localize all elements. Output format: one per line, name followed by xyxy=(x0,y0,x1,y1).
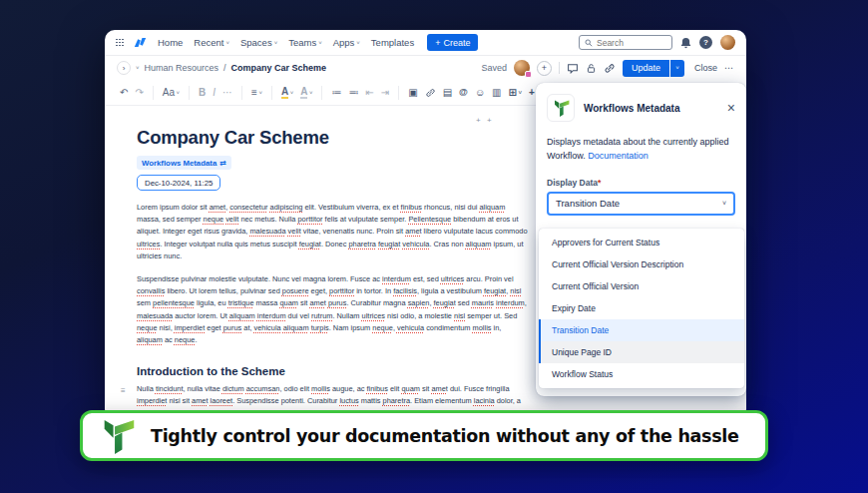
alignment-dropdown[interactable]: ≡˅ xyxy=(251,88,262,98)
drag-handle-icon[interactable]: ≡ xyxy=(121,386,126,395)
italic-icon[interactable]: I xyxy=(213,88,216,98)
nav-item-apps[interactable]: Apps˅ xyxy=(333,37,360,48)
transition-date-field[interactable]: Dec-10-2024, 11:25 xyxy=(137,175,220,191)
nav-item-home[interactable]: Home xyxy=(158,37,183,48)
indent-icon[interactable]: ⇥ xyxy=(381,88,389,98)
text-color-dropdown[interactable]: A˅ xyxy=(281,87,293,99)
option-workflow-status[interactable]: Workflow Status xyxy=(539,363,744,385)
search-box[interactable] xyxy=(579,35,672,50)
media-icon[interactable]: ▣ xyxy=(408,88,417,98)
chevron-down-icon: ˅ xyxy=(290,90,294,96)
chevron-down-icon: ˅ xyxy=(136,65,140,71)
paragraph[interactable]: Suspendisse pulvinar molestie vulputate.… xyxy=(137,273,528,346)
workflows-metadata-panel: Workflows Metadata × Displays metadata a… xyxy=(536,83,746,396)
search-input[interactable] xyxy=(597,38,666,48)
presence-badge xyxy=(525,71,532,78)
comment-icon[interactable] xyxy=(567,63,579,74)
panel-title: Workflows Metadata xyxy=(584,103,680,114)
workflows-metadata-macro-chip[interactable]: Workflows Metadata ⇄ xyxy=(137,156,231,170)
macro-refresh-icon: ⇄ xyxy=(219,159,226,168)
more-actions-button[interactable]: ⋯ xyxy=(724,63,734,73)
saved-status: Saved xyxy=(481,63,507,73)
text-style-dropdown[interactable]: Aa˅ xyxy=(163,88,180,98)
chevron-down-icon: ˅ xyxy=(722,200,726,207)
divider xyxy=(559,62,560,74)
divider xyxy=(398,86,399,100)
breadcrumb-separator: / xyxy=(223,63,226,73)
search-icon xyxy=(585,39,593,47)
option-expiry-date[interactable]: Expiry Date xyxy=(539,297,744,319)
page-width-toggle-icon[interactable]: + + xyxy=(476,116,494,125)
mention-icon[interactable]: @ xyxy=(459,88,468,97)
outdent-icon[interactable]: ⇤ xyxy=(365,88,373,98)
nav-item-templates[interactable]: Templates xyxy=(371,37,414,48)
nav-menu: Home Recent˅ Spaces˅ Teams˅ Apps˅ Templa… xyxy=(158,37,414,48)
chevron-down-icon: ˅ xyxy=(356,40,360,46)
sidebar-expand-button[interactable]: › xyxy=(117,61,131,75)
chevron-down-icon: ˅ xyxy=(274,40,278,46)
create-button[interactable]: + Create xyxy=(427,34,478,51)
display-data-label: Display Data* xyxy=(547,178,735,188)
chevron-down-icon: ˅ xyxy=(309,90,313,96)
paragraph[interactable]: Nulla tincidunt, nulla vitae dictum accu… xyxy=(137,383,528,412)
lock-icon[interactable] xyxy=(586,63,597,74)
notification-bell-icon[interactable] xyxy=(680,37,691,49)
divider xyxy=(271,86,272,100)
help-icon[interactable]: ? xyxy=(699,36,712,49)
bullet-list-icon[interactable]: ≔ xyxy=(331,88,341,98)
file-icon[interactable]: ▤ xyxy=(443,88,452,98)
chevron-down-icon: ˅ xyxy=(318,40,322,46)
close-icon[interactable]: × xyxy=(727,101,735,115)
editor-avatar[interactable] xyxy=(514,60,530,76)
option-unique-page-id[interactable]: Unique Page ID xyxy=(539,341,744,363)
link-icon[interactable] xyxy=(604,63,616,74)
update-button[interactable]: Update xyxy=(623,60,669,77)
required-asterisk: * xyxy=(598,178,601,188)
option-approvers-for-current-status[interactable]: Approvers for Current Status xyxy=(539,232,744,253)
user-avatar[interactable] xyxy=(720,35,735,50)
display-data-listbox: Approvers for Current Status Current Off… xyxy=(539,229,744,388)
option-transition-date[interactable]: Transition Date xyxy=(539,319,744,341)
update-dropdown-button[interactable]: ˅ xyxy=(670,60,684,77)
chevron-down-icon: ˅ xyxy=(518,90,522,96)
undo-icon[interactable]: ↶ xyxy=(120,88,128,98)
option-current-official-version-description[interactable]: Current Official Version Description xyxy=(539,253,744,275)
workflows-logo-box xyxy=(547,94,575,122)
app-switcher-icon[interactable] xyxy=(116,39,124,47)
table-dropdown[interactable]: ⊞˅ xyxy=(509,88,522,98)
option-current-official-version[interactable]: Current Official Version xyxy=(539,275,744,297)
divider xyxy=(189,86,190,100)
panel-description: Displays metadata about the currently ap… xyxy=(547,136,735,164)
display-data-select[interactable]: Transition Date ˅ xyxy=(547,192,735,216)
divider xyxy=(241,86,242,100)
add-collaborator-button[interactable]: + xyxy=(537,61,552,76)
nav-item-teams[interactable]: Teams˅ xyxy=(288,37,322,48)
divider xyxy=(153,86,154,100)
section-heading[interactable]: Introduction to the Scheme xyxy=(137,365,528,377)
documentation-link[interactable]: Documentation xyxy=(588,151,649,161)
workflows-logo-icon xyxy=(98,417,138,454)
nav-item-recent[interactable]: Recent˅ xyxy=(194,37,229,48)
layout-icon[interactable]: ▥ xyxy=(492,88,501,98)
workflows-logo-icon xyxy=(552,99,571,117)
redo-icon[interactable]: ↷ xyxy=(135,88,143,98)
emoji-icon[interactable]: ☺ xyxy=(475,88,485,98)
paragraph[interactable]: Lorem ipsum dolor sit amet, consectetur … xyxy=(137,202,528,262)
page-title[interactable]: Company Car Scheme xyxy=(137,127,528,149)
banner-headline: Tightly control your documentation witho… xyxy=(151,426,739,446)
breadcrumb-space[interactable]: Human Resources xyxy=(145,63,219,73)
breadcrumb-row: › ˅ Human Resources / Company Car Scheme… xyxy=(105,56,746,80)
close-button[interactable]: Close xyxy=(694,63,717,73)
highlight-color-dropdown[interactable]: A˅ xyxy=(300,87,312,99)
breadcrumb-page: Company Car Scheme xyxy=(231,63,327,73)
nav-item-spaces[interactable]: Spaces˅ xyxy=(240,37,277,48)
promo-banner: Tightly control your documentation witho… xyxy=(80,410,768,461)
top-navbar: Home Recent˅ Spaces˅ Teams˅ Apps˅ Templa… xyxy=(105,30,746,56)
bold-icon[interactable]: B xyxy=(199,88,206,98)
numbered-list-icon[interactable]: ≕ xyxy=(348,88,358,98)
insert-link-icon[interactable] xyxy=(425,88,436,98)
confluence-logo-icon[interactable] xyxy=(134,36,147,49)
plus-icon: + xyxy=(435,38,440,48)
divider xyxy=(321,86,322,100)
more-formatting-icon[interactable]: ⋯ xyxy=(222,88,232,98)
